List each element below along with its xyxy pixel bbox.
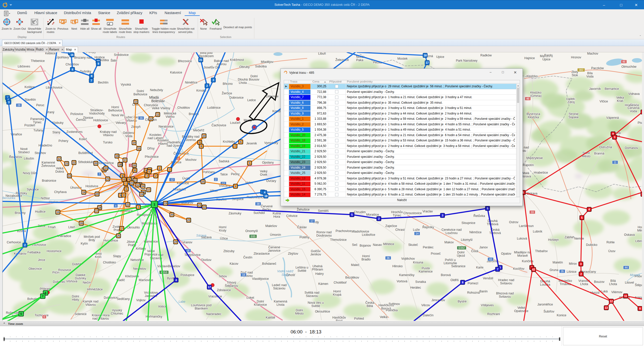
svg-text:Perálec: Perálec [423, 246, 433, 249]
svg-text:14: 14 [133, 141, 136, 144]
svg-text:Nová Ves u: Nová Ves u [308, 301, 324, 304]
svg-text:Bardo: Bardo [544, 54, 552, 57]
svg-text:Hronov: Hronov [571, 56, 581, 59]
svg-text:Přezletice: Přezletice [145, 155, 159, 159]
svg-text:Kłodzka: Kłodzka [528, 116, 539, 119]
svg-text:3: 3 [614, 136, 615, 139]
svg-text:Mostek: Mostek [397, 57, 408, 60]
svg-text:Blaníkem: Blaníkem [195, 307, 208, 310]
svg-text:5: 5 [120, 194, 121, 197]
svg-text:Krchleby: Krchleby [223, 140, 235, 143]
svg-text:Čestín: Čestín [243, 255, 252, 259]
svg-text:Luková: Luková [517, 237, 527, 240]
svg-text:Bechlín: Bechlín [98, 81, 108, 84]
svg-text:Broumy: Broumy [15, 211, 26, 215]
svg-text:Prachovice: Prachovice [336, 229, 351, 233]
svg-text:Červené: Červené [261, 204, 272, 208]
svg-text:Kamýk nad: Kamýk nad [83, 300, 99, 303]
svg-text:20: 20 [170, 213, 173, 216]
svg-text:Dublovice: Dublovice [104, 296, 118, 299]
svg-text:Šubířov: Šubířov [543, 310, 554, 313]
svg-text:Tehov: Tehov [218, 275, 227, 278]
svg-text:6: 6 [72, 68, 73, 71]
svg-text:Lubník: Lubník [533, 230, 542, 233]
svg-text:Bezdězem: Bezdězem [199, 54, 214, 58]
svg-text:Sloupnice: Sloupnice [462, 221, 475, 225]
svg-text:2: 2 [580, 273, 582, 276]
svg-text:Hlinsko: Hlinsko [392, 264, 403, 268]
svg-text:Malá: Malá [522, 171, 529, 175]
svg-text:Vraclav: Vraclav [422, 210, 433, 213]
svg-text:Zlonice: Zlonice [83, 116, 93, 120]
svg-text:Semtěš: Semtěš [318, 209, 329, 213]
svg-text:Jaroměřice: Jaroměřice [537, 303, 553, 306]
svg-text:3: 3 [8, 101, 10, 104]
svg-text:Štěpánov: Štěpánov [225, 284, 238, 288]
svg-text:Makov: Makov [445, 241, 454, 244]
svg-text:Kameničky: Kameničky [399, 273, 415, 277]
svg-text:Odolena: Odolena [123, 131, 135, 135]
svg-text:Upice: Upice [436, 55, 444, 59]
svg-text:Vlčice: Vlčice [599, 100, 608, 103]
svg-text:11: 11 [624, 294, 627, 297]
svg-text:Miřetice: Miřetice [383, 242, 394, 246]
svg-text:33: 33 [531, 211, 534, 214]
svg-text:Jeníkov: Jeníkov [310, 253, 321, 256]
svg-text:Mírov: Mírov [569, 262, 577, 265]
svg-text:Vidnava: Vidnava [628, 92, 640, 96]
svg-text:Pomezí: Pomezí [468, 282, 478, 285]
svg-text:Tmaň: Tmaň [48, 225, 56, 229]
svg-text:(Gmina): (Gmina) [530, 94, 541, 98]
svg-text:Dolní: Dolní [137, 89, 144, 93]
svg-text:Kámen: Kámen [318, 282, 328, 286]
svg-text:Kutna: Kutna [273, 212, 281, 215]
svg-text:Slavětín: Slavětín [24, 98, 36, 101]
svg-text:Neratovice: Neratovice [158, 125, 174, 128]
svg-text:Pohled: Pohled [354, 317, 364, 320]
svg-text:Votice: Votice [158, 305, 167, 308]
svg-text:18: 18 [424, 54, 427, 57]
svg-text:Cerekvice nad: Cerekvice nad [441, 228, 462, 232]
svg-text:Nemile: Nemile [574, 237, 584, 240]
svg-text:Śląskie: Śląskie [569, 115, 579, 119]
svg-text:13: 13 [605, 306, 608, 309]
svg-text:Daleké: Daleké [76, 273, 86, 277]
svg-text:Hobšovice: Hobšovice [93, 119, 108, 122]
svg-text:4: 4 [264, 191, 266, 194]
svg-text:Čachovice: Čachovice [212, 123, 226, 127]
svg-text:Sýkořice: Sýkořice [27, 188, 39, 191]
svg-text:Karle: Karle [476, 266, 483, 269]
svg-text:Úmonín: Úmonín [270, 233, 281, 237]
svg-text:Vranov: Vranov [182, 241, 192, 244]
svg-text:11: 11 [156, 113, 159, 116]
svg-text:Kněžmost: Kněžmost [230, 58, 244, 62]
svg-text:17: 17 [95, 209, 98, 212]
svg-text:Loket: Loket [247, 296, 254, 299]
svg-text:Vodochody: Vodochody [89, 112, 105, 115]
svg-text:5: 5 [20, 312, 22, 315]
svg-text:8: 8 [123, 178, 125, 181]
svg-text:7: 7 [99, 173, 100, 176]
svg-text:Zbizuby: Zbizuby [223, 249, 235, 253]
svg-text:Svratka: Svratka [415, 280, 426, 284]
svg-text:Park Narodowy: Park Narodowy [456, 59, 477, 62]
svg-text:16: 16 [140, 117, 143, 120]
svg-text:9: 9 [98, 62, 99, 65]
svg-text:Višňová: Višňová [66, 280, 77, 283]
svg-text:Úpice: Úpice [542, 57, 550, 61]
svg-text:Horní: Horní [362, 254, 370, 258]
svg-text:Krouna: Krouna [413, 261, 423, 264]
svg-text:2: 2 [155, 174, 156, 177]
svg-text:Hbity: Hbity [72, 298, 79, 301]
svg-text:Chrast: Chrast [395, 228, 405, 232]
svg-text:10: 10 [203, 134, 206, 137]
svg-text:Koclířov: Koclířov [513, 267, 525, 271]
svg-text:Třemošnice: Třemošnice [330, 238, 346, 242]
svg-text:Strašecí: Strašecí [18, 150, 30, 154]
svg-text:Velké Všelisy: Velké Všelisy [152, 106, 170, 110]
svg-text:23: 23 [187, 219, 190, 222]
svg-text:Vilémov: Vilémov [611, 290, 623, 294]
svg-text:Jince: Jince [38, 258, 45, 262]
svg-text:8: 8 [639, 307, 641, 310]
svg-text:Habry: Habry [315, 272, 324, 276]
